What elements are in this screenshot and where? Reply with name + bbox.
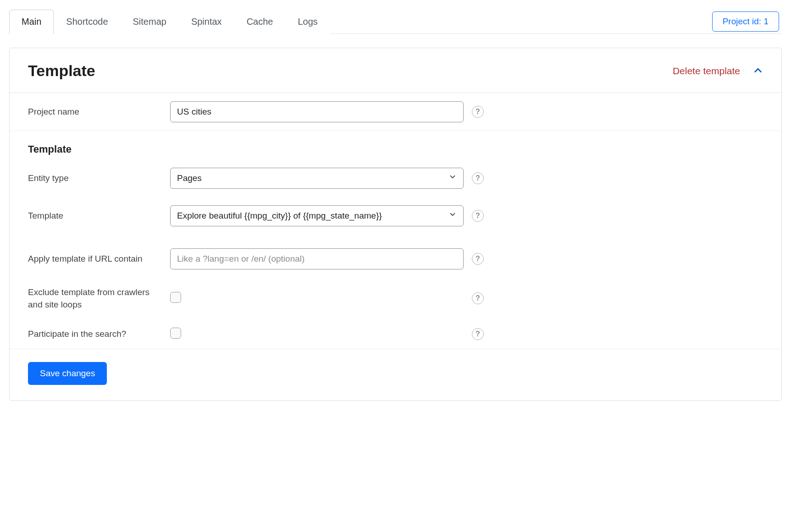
chevron-down-icon	[448, 210, 457, 221]
help-icon[interactable]: ?	[472, 210, 484, 222]
row-project-name: Project name ?	[10, 93, 781, 131]
chevron-up-icon	[753, 65, 763, 77]
row-url-contain: Apply template if URL contain ?	[10, 240, 781, 278]
label-participate: Participate in the search?	[28, 328, 170, 340]
tab-main[interactable]: Main	[9, 10, 54, 34]
entity-type-value: Pages	[177, 173, 202, 183]
exclude-checkbox[interactable]	[170, 292, 181, 303]
project-id-badge[interactable]: Project id: 1	[712, 11, 779, 32]
save-button[interactable]: Save changes	[28, 362, 107, 385]
help-icon[interactable]: ?	[472, 253, 484, 265]
help-icon[interactable]: ?	[472, 172, 484, 184]
panel-header-actions: Delete template	[673, 65, 763, 77]
collapse-toggle[interactable]	[753, 65, 763, 77]
label-template: Template	[28, 209, 170, 222]
tab-logs[interactable]: Logs	[285, 10, 330, 34]
help-icon[interactable]: ?	[472, 106, 484, 118]
help-icon[interactable]: ?	[472, 292, 484, 304]
row-entity-type: Entity type Pages ?	[10, 159, 781, 197]
template-panel: Template Delete template Project name ? …	[9, 48, 782, 401]
panel-footer: Save changes	[10, 349, 781, 400]
tabs-bar: Main Shortcode Sitemap Spintax Cache Log…	[9, 9, 782, 34]
template-value: Explore beautiful {{mpg_city}} of {{mpg_…	[177, 211, 382, 221]
project-name-input[interactable]	[170, 101, 464, 122]
label-entity-type: Entity type	[28, 172, 170, 185]
template-select[interactable]: Explore beautiful {{mpg_city}} of {{mpg_…	[170, 205, 464, 226]
chevron-down-icon	[448, 173, 457, 183]
tab-spintax[interactable]: Spintax	[179, 10, 234, 34]
tabs-right: Project id: 1	[712, 11, 782, 32]
tab-cache[interactable]: Cache	[234, 10, 286, 34]
tab-sitemap[interactable]: Sitemap	[121, 10, 179, 34]
label-project-name: Project name	[28, 105, 170, 118]
form-body: Project name ? Template Entity type Page…	[10, 93, 781, 349]
row-exclude: Exclude template from crawlers and site …	[10, 278, 781, 319]
panel-title: Template	[28, 62, 95, 80]
row-template: Template Explore beautiful {{mpg_city}} …	[10, 197, 781, 240]
panel-header: Template Delete template	[10, 48, 781, 93]
tab-shortcode[interactable]: Shortcode	[54, 10, 120, 34]
url-contain-input[interactable]	[170, 248, 464, 269]
tabs-list: Main Shortcode Sitemap Spintax Cache Log…	[9, 9, 330, 33]
subheading-template: Template	[28, 142, 170, 157]
row-participate: Participate in the search? ?	[10, 319, 781, 349]
participate-checkbox[interactable]	[170, 328, 181, 339]
label-url-contain: Apply template if URL contain	[28, 252, 170, 265]
delete-template-link[interactable]: Delete template	[673, 66, 740, 77]
label-exclude: Exclude template from crawlers and site …	[28, 286, 170, 311]
help-icon[interactable]: ?	[472, 328, 484, 340]
row-subheading: Template	[10, 131, 781, 159]
entity-type-select[interactable]: Pages	[170, 168, 464, 189]
